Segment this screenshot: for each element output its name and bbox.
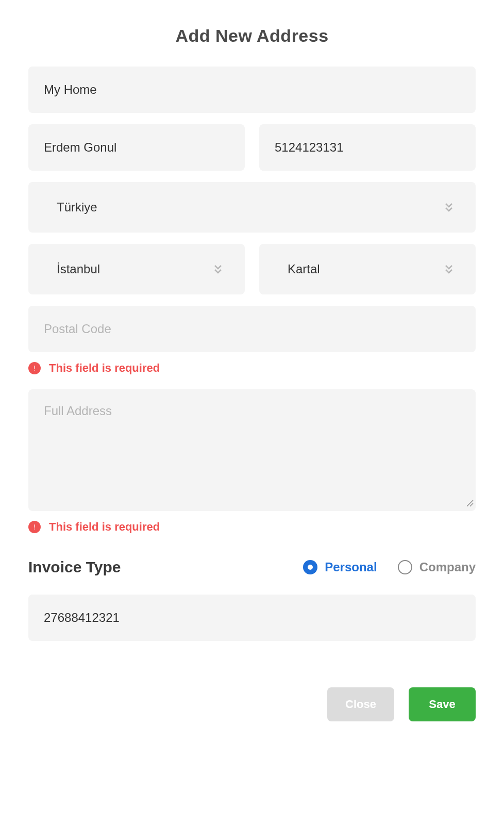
- phone-input[interactable]: [275, 124, 460, 171]
- city-select[interactable]: İstanbul: [28, 244, 245, 294]
- radio-unselected-icon: [398, 560, 412, 574]
- error-icon: [28, 362, 41, 374]
- close-button[interactable]: Close: [327, 687, 394, 721]
- invoice-type-row: Invoice Type Personal Company: [28, 558, 476, 576]
- postal-code-input[interactable]: [44, 306, 460, 352]
- address-label-field-wrap: [28, 67, 476, 113]
- radio-label: Personal: [325, 560, 377, 574]
- district-select[interactable]: Kartal: [259, 244, 476, 294]
- tax-id-field-wrap: [28, 595, 476, 641]
- country-select-value: Türkiye: [57, 200, 97, 215]
- full-address-error: This field is required: [28, 520, 476, 534]
- country-select[interactable]: Türkiye: [28, 182, 476, 233]
- tax-id-input[interactable]: [44, 595, 460, 641]
- footer-actions: Close Save: [28, 687, 476, 721]
- save-button[interactable]: Save: [409, 687, 476, 721]
- city-select-value: İstanbul: [57, 262, 100, 276]
- svg-line-0: [467, 500, 473, 506]
- chevron-down-icon: [212, 263, 224, 275]
- error-icon: [28, 521, 41, 533]
- invoice-type-radio-group: Personal Company: [303, 560, 476, 574]
- invoice-type-title: Invoice Type: [28, 558, 303, 576]
- postal-code-field-wrap: [28, 306, 476, 352]
- postal-code-error: This field is required: [28, 361, 476, 375]
- full-address-field-wrap: [28, 389, 476, 511]
- radio-label: Company: [419, 560, 476, 574]
- district-select-value: Kartal: [288, 262, 320, 276]
- invoice-type-company[interactable]: Company: [398, 560, 476, 574]
- error-text: This field is required: [49, 361, 160, 375]
- phone-field-wrap: [259, 124, 476, 171]
- svg-line-1: [470, 503, 473, 506]
- address-label-input[interactable]: [44, 67, 460, 113]
- page-title: Add New Address: [28, 26, 476, 46]
- full-address-input[interactable]: [44, 404, 460, 495]
- name-input[interactable]: [44, 124, 229, 171]
- error-text: This field is required: [49, 520, 160, 534]
- radio-selected-icon: [303, 560, 317, 574]
- resize-handle-icon[interactable]: [465, 499, 474, 509]
- chevron-down-icon: [443, 201, 455, 213]
- name-field-wrap: [28, 124, 245, 171]
- chevron-down-icon: [443, 263, 455, 275]
- invoice-type-personal[interactable]: Personal: [303, 560, 377, 574]
